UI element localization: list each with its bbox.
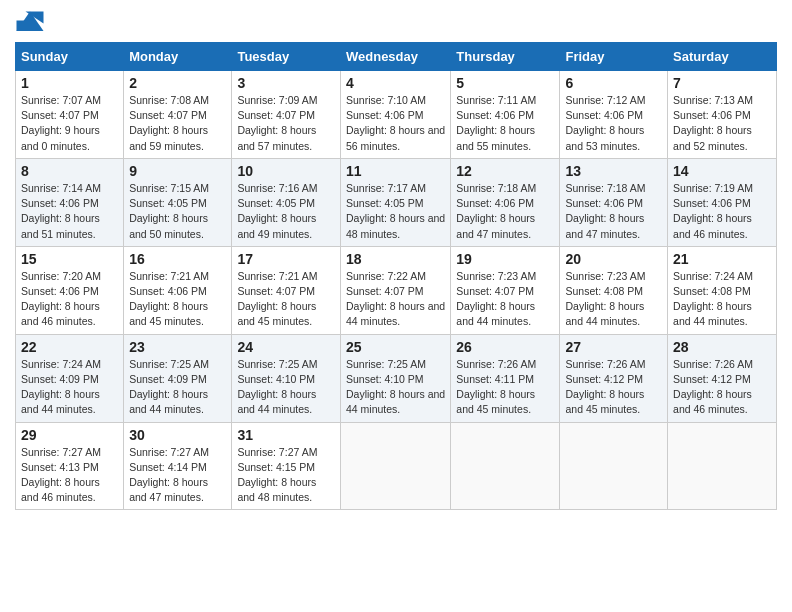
calendar-cell: 6 Sunrise: 7:12 AM Sunset: 4:06 PM Dayli… — [560, 71, 668, 159]
sunset-label: Sunset: 4:12 PM — [565, 373, 643, 385]
calendar-cell: 23 Sunrise: 7:25 AM Sunset: 4:09 PM Dayl… — [124, 334, 232, 422]
day-number: 29 — [21, 427, 118, 443]
sunset-label: Sunset: 4:05 PM — [129, 197, 207, 209]
sunrise-label: Sunrise: 7:26 AM — [456, 358, 536, 370]
daylight-label: Daylight: 8 hours and 46 minutes. — [21, 300, 100, 327]
day-of-week-header: Friday — [560, 43, 668, 71]
sunset-label: Sunset: 4:06 PM — [21, 285, 99, 297]
day-number: 26 — [456, 339, 554, 355]
day-detail: Sunrise: 7:27 AM Sunset: 4:15 PM Dayligh… — [237, 445, 335, 506]
daylight-label: Daylight: 8 hours and 44 minutes. — [129, 388, 208, 415]
sunset-label: Sunset: 4:06 PM — [456, 197, 534, 209]
daylight-label: Daylight: 8 hours and 44 minutes. — [237, 388, 316, 415]
sunrise-label: Sunrise: 7:21 AM — [237, 270, 317, 282]
day-number: 1 — [21, 75, 118, 91]
calendar-cell: 9 Sunrise: 7:15 AM Sunset: 4:05 PM Dayli… — [124, 158, 232, 246]
day-detail: Sunrise: 7:21 AM Sunset: 4:06 PM Dayligh… — [129, 269, 226, 330]
day-detail: Sunrise: 7:18 AM Sunset: 4:06 PM Dayligh… — [565, 181, 662, 242]
daylight-label: Daylight: 8 hours and 49 minutes. — [237, 212, 316, 239]
sunrise-label: Sunrise: 7:17 AM — [346, 182, 426, 194]
day-of-week-header: Wednesday — [340, 43, 450, 71]
day-detail: Sunrise: 7:16 AM Sunset: 4:05 PM Dayligh… — [237, 181, 335, 242]
day-detail: Sunrise: 7:25 AM Sunset: 4:09 PM Dayligh… — [129, 357, 226, 418]
day-number: 8 — [21, 163, 118, 179]
daylight-label: Daylight: 8 hours and 56 minutes. — [346, 124, 445, 151]
sunset-label: Sunset: 4:09 PM — [21, 373, 99, 385]
day-number: 24 — [237, 339, 335, 355]
calendar-cell: 18 Sunrise: 7:22 AM Sunset: 4:07 PM Dayl… — [340, 246, 450, 334]
day-number: 18 — [346, 251, 445, 267]
sunrise-label: Sunrise: 7:27 AM — [237, 446, 317, 458]
day-detail: Sunrise: 7:25 AM Sunset: 4:10 PM Dayligh… — [237, 357, 335, 418]
daylight-label: Daylight: 8 hours and 45 minutes. — [129, 300, 208, 327]
sunrise-label: Sunrise: 7:26 AM — [673, 358, 753, 370]
sunrise-label: Sunrise: 7:10 AM — [346, 94, 426, 106]
day-number: 27 — [565, 339, 662, 355]
day-number: 5 — [456, 75, 554, 91]
day-number: 23 — [129, 339, 226, 355]
sunset-label: Sunset: 4:09 PM — [129, 373, 207, 385]
sunset-label: Sunset: 4:06 PM — [129, 285, 207, 297]
day-number: 22 — [21, 339, 118, 355]
day-detail: Sunrise: 7:14 AM Sunset: 4:06 PM Dayligh… — [21, 181, 118, 242]
daylight-label: Daylight: 8 hours and 44 minutes. — [21, 388, 100, 415]
calendar-cell: 12 Sunrise: 7:18 AM Sunset: 4:06 PM Dayl… — [451, 158, 560, 246]
day-detail: Sunrise: 7:15 AM Sunset: 4:05 PM Dayligh… — [129, 181, 226, 242]
day-number: 19 — [456, 251, 554, 267]
page-header — [15, 10, 777, 34]
day-of-week-header: Tuesday — [232, 43, 341, 71]
day-number: 10 — [237, 163, 335, 179]
sunset-label: Sunset: 4:07 PM — [456, 285, 534, 297]
calendar-cell: 24 Sunrise: 7:25 AM Sunset: 4:10 PM Dayl… — [232, 334, 341, 422]
calendar-cell — [340, 422, 450, 510]
sunrise-label: Sunrise: 7:24 AM — [21, 358, 101, 370]
day-number: 3 — [237, 75, 335, 91]
daylight-label: Daylight: 8 hours and 47 minutes. — [456, 212, 535, 239]
day-detail: Sunrise: 7:17 AM Sunset: 4:05 PM Dayligh… — [346, 181, 445, 242]
daylight-label: Daylight: 8 hours and 46 minutes. — [673, 212, 752, 239]
daylight-label: Daylight: 8 hours and 46 minutes. — [673, 388, 752, 415]
calendar-cell: 2 Sunrise: 7:08 AM Sunset: 4:07 PM Dayli… — [124, 71, 232, 159]
day-number: 31 — [237, 427, 335, 443]
sunrise-label: Sunrise: 7:22 AM — [346, 270, 426, 282]
sunset-label: Sunset: 4:13 PM — [21, 461, 99, 473]
calendar-cell — [451, 422, 560, 510]
calendar-cell — [560, 422, 668, 510]
day-of-week-header: Monday — [124, 43, 232, 71]
sunrise-label: Sunrise: 7:26 AM — [565, 358, 645, 370]
daylight-label: Daylight: 8 hours and 48 minutes. — [346, 212, 445, 239]
daylight-label: Daylight: 8 hours and 52 minutes. — [673, 124, 752, 151]
sunrise-label: Sunrise: 7:18 AM — [456, 182, 536, 194]
day-number: 6 — [565, 75, 662, 91]
daylight-label: Daylight: 8 hours and 53 minutes. — [565, 124, 644, 151]
daylight-label: Daylight: 8 hours and 47 minutes. — [129, 476, 208, 503]
sunrise-label: Sunrise: 7:25 AM — [129, 358, 209, 370]
sunrise-label: Sunrise: 7:18 AM — [565, 182, 645, 194]
calendar-cell: 28 Sunrise: 7:26 AM Sunset: 4:12 PM Dayl… — [668, 334, 777, 422]
sunset-label: Sunset: 4:06 PM — [673, 197, 751, 209]
daylight-label: Daylight: 8 hours and 51 minutes. — [21, 212, 100, 239]
day-detail: Sunrise: 7:26 AM Sunset: 4:12 PM Dayligh… — [673, 357, 771, 418]
day-of-week-header: Thursday — [451, 43, 560, 71]
calendar-cell: 22 Sunrise: 7:24 AM Sunset: 4:09 PM Dayl… — [16, 334, 124, 422]
calendar-cell: 17 Sunrise: 7:21 AM Sunset: 4:07 PM Dayl… — [232, 246, 341, 334]
day-detail: Sunrise: 7:26 AM Sunset: 4:11 PM Dayligh… — [456, 357, 554, 418]
daylight-label: Daylight: 8 hours and 44 minutes. — [673, 300, 752, 327]
calendar-week-row: 15 Sunrise: 7:20 AM Sunset: 4:06 PM Dayl… — [16, 246, 777, 334]
day-detail: Sunrise: 7:23 AM Sunset: 4:07 PM Dayligh… — [456, 269, 554, 330]
day-number: 4 — [346, 75, 445, 91]
sunrise-label: Sunrise: 7:14 AM — [21, 182, 101, 194]
day-detail: Sunrise: 7:10 AM Sunset: 4:06 PM Dayligh… — [346, 93, 445, 154]
calendar-week-row: 8 Sunrise: 7:14 AM Sunset: 4:06 PM Dayli… — [16, 158, 777, 246]
day-number: 30 — [129, 427, 226, 443]
sunset-label: Sunset: 4:12 PM — [673, 373, 751, 385]
calendar-cell: 16 Sunrise: 7:21 AM Sunset: 4:06 PM Dayl… — [124, 246, 232, 334]
sunset-label: Sunset: 4:08 PM — [673, 285, 751, 297]
day-detail: Sunrise: 7:27 AM Sunset: 4:14 PM Dayligh… — [129, 445, 226, 506]
day-detail: Sunrise: 7:21 AM Sunset: 4:07 PM Dayligh… — [237, 269, 335, 330]
daylight-label: Daylight: 8 hours and 45 minutes. — [565, 388, 644, 415]
daylight-label: Daylight: 8 hours and 55 minutes. — [456, 124, 535, 151]
sunrise-label: Sunrise: 7:12 AM — [565, 94, 645, 106]
daylight-label: Daylight: 8 hours and 44 minutes. — [346, 388, 445, 415]
daylight-label: Daylight: 8 hours and 46 minutes. — [21, 476, 100, 503]
